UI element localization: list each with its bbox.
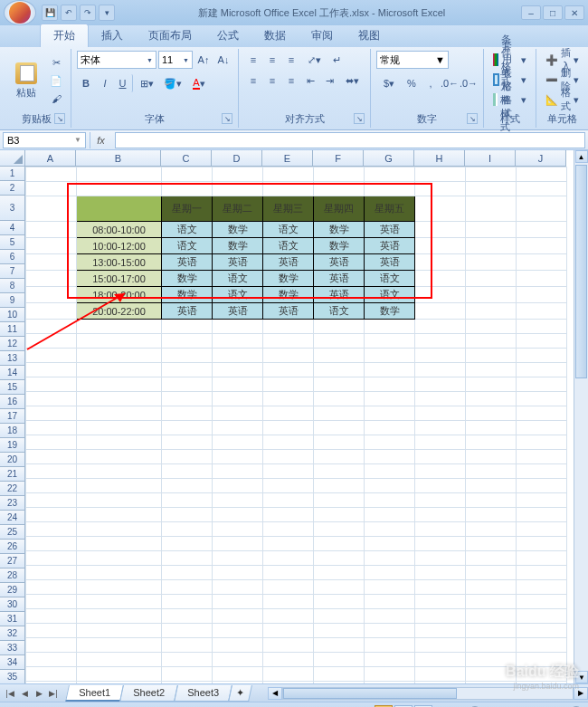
cell[interactable] (365, 508, 415, 522)
increase-font-button[interactable]: A↑ (194, 51, 213, 69)
row-head-13[interactable]: 13 (0, 351, 25, 366)
cell[interactable] (26, 167, 77, 182)
cell[interactable] (415, 182, 466, 196)
cell[interactable] (415, 320, 466, 334)
cell[interactable] (213, 377, 263, 392)
cell[interactable] (213, 653, 263, 667)
cell[interactable] (415, 522, 466, 537)
cell[interactable] (517, 537, 567, 551)
cell[interactable] (263, 320, 314, 334)
col-head-E[interactable]: E (262, 150, 313, 167)
cell[interactable] (162, 566, 213, 580)
cell[interactable] (466, 377, 517, 392)
cell[interactable] (26, 406, 77, 421)
number-format-dropdown[interactable]: 常规▼ (376, 51, 449, 69)
cell[interactable]: 语文 (314, 303, 365, 320)
cell[interactable] (314, 653, 365, 667)
row-head-29[interactable]: 29 (0, 583, 25, 597)
cell[interactable]: 18:00-20:00 (77, 287, 162, 303)
cell[interactable]: 13:00-15:00 (77, 254, 162, 271)
cell[interactable] (314, 450, 365, 464)
row-head-35[interactable]: 35 (0, 670, 25, 683)
cell[interactable] (162, 392, 213, 406)
decrease-font-button[interactable]: A↓ (214, 51, 232, 69)
row-head-14[interactable]: 14 (0, 366, 25, 380)
cell[interactable] (26, 196, 77, 222)
cell[interactable]: 英语 (213, 254, 263, 271)
cell[interactable] (517, 508, 567, 522)
cell[interactable]: 10:00-12:00 (77, 238, 162, 254)
cell[interactable] (77, 421, 162, 435)
cell[interactable] (415, 334, 466, 349)
cell[interactable] (365, 493, 415, 508)
cell[interactable] (517, 334, 567, 349)
cell[interactable] (213, 595, 263, 609)
cell[interactable] (517, 580, 567, 595)
vertical-scrollbar[interactable]: ▲ ▼ (574, 150, 588, 683)
cell[interactable] (314, 638, 365, 653)
qat-customize-icon[interactable]: ▾ (99, 5, 115, 21)
cell[interactable] (314, 479, 365, 493)
cell[interactable] (415, 450, 466, 464)
cell[interactable] (26, 566, 77, 580)
cell[interactable] (162, 421, 213, 435)
row-head-3[interactable]: 3 (0, 196, 25, 221)
cell[interactable] (213, 479, 263, 493)
row-head-18[interactable]: 18 (0, 424, 25, 438)
cell[interactable] (77, 182, 162, 196)
cell[interactable] (517, 493, 567, 508)
row-head-6[interactable]: 6 (0, 250, 25, 264)
cell[interactable] (162, 551, 213, 566)
cell[interactable] (415, 624, 466, 638)
cell[interactable] (213, 167, 263, 182)
cell[interactable] (26, 537, 77, 551)
cell[interactable] (77, 624, 162, 638)
cell[interactable] (517, 377, 567, 392)
cell[interactable] (213, 638, 263, 653)
font-size-dropdown[interactable]: 11▼ (158, 51, 193, 69)
cell[interactable] (517, 182, 567, 196)
cell[interactable] (314, 349, 365, 363)
maximize-button[interactable]: □ (543, 5, 563, 20)
paste-button[interactable]: 粘贴 (8, 51, 44, 110)
cell[interactable] (263, 537, 314, 551)
cell[interactable] (517, 595, 567, 609)
cell[interactable] (314, 493, 365, 508)
cell[interactable] (365, 421, 415, 435)
cell[interactable] (517, 287, 567, 303)
redo-icon[interactable]: ↷ (80, 5, 96, 21)
cell[interactable] (263, 609, 314, 624)
cell[interactable] (415, 493, 466, 508)
row-head-15[interactable]: 15 (0, 380, 25, 395)
cell[interactable] (466, 238, 517, 254)
cell[interactable]: 星期三 (263, 196, 314, 222)
row-head-21[interactable]: 21 (0, 467, 25, 482)
cell[interactable] (314, 580, 365, 595)
cell[interactable] (77, 638, 162, 653)
cell[interactable] (162, 167, 213, 182)
cell[interactable]: 英语 (314, 254, 365, 271)
increase-decimal-button[interactable]: .0← (441, 74, 459, 92)
row-head-17[interactable]: 17 (0, 409, 25, 424)
col-head-C[interactable]: C (161, 150, 212, 167)
cell[interactable] (466, 638, 517, 653)
cell[interactable] (26, 238, 77, 254)
cell[interactable] (314, 464, 365, 479)
tab-review[interactable]: 审阅 (299, 24, 346, 47)
cell[interactable] (466, 479, 517, 493)
cell[interactable] (314, 406, 365, 421)
currency-button[interactable]: $▾ (376, 74, 402, 92)
row-head-20[interactable]: 20 (0, 453, 25, 467)
cell[interactable] (314, 595, 365, 609)
border-button[interactable]: ⊞▾ (134, 74, 159, 92)
select-all-corner[interactable] (0, 150, 25, 167)
cell[interactable] (365, 682, 415, 684)
cell[interactable] (365, 406, 415, 421)
cell[interactable] (77, 196, 162, 222)
cell[interactable] (415, 363, 466, 377)
cell[interactable]: 语文 (213, 271, 263, 287)
cell[interactable]: 语文 (365, 271, 415, 287)
cell[interactable] (26, 609, 77, 624)
cell[interactable] (415, 580, 466, 595)
save-icon[interactable]: 💾 (42, 5, 58, 21)
